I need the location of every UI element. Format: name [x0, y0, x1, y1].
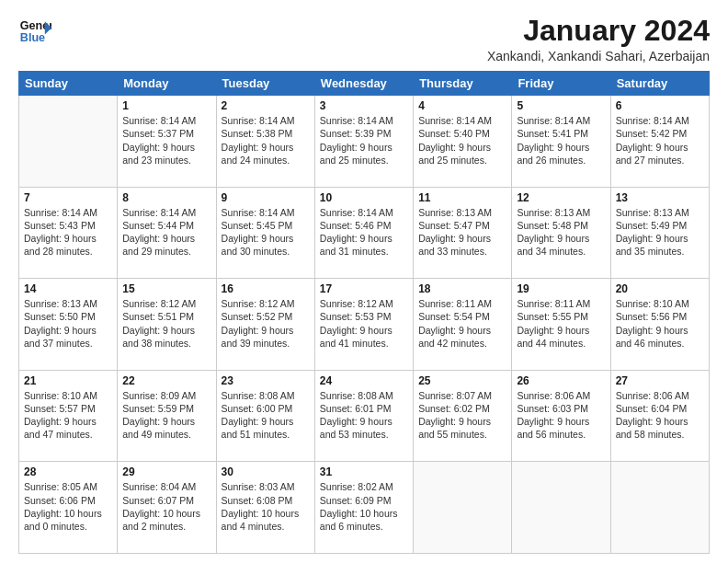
day-number: 28	[24, 465, 112, 478]
table-row: 2 Sunrise: 8:14 AM Sunset: 5:38 PM Dayli…	[216, 96, 314, 188]
sunset-text: Sunset: 5:40 PM	[418, 127, 506, 140]
sunset-text: Sunset: 6:01 PM	[320, 402, 408, 415]
daylight-text: Daylight: 9 hours and 35 minutes.	[616, 232, 704, 258]
table-row: 12 Sunrise: 8:13 AM Sunset: 5:48 PM Dayl…	[512, 187, 610, 279]
svg-text:Blue: Blue	[20, 31, 45, 44]
day-number: 20	[616, 282, 704, 295]
table-row: 13 Sunrise: 8:13 AM Sunset: 5:49 PM Dayl…	[610, 187, 709, 279]
sunrise-text: Sunrise: 8:11 AM	[418, 297, 506, 310]
day-number: 24	[320, 374, 408, 387]
table-row: 29 Sunrise: 8:04 AM Sunset: 6:07 PM Dayl…	[118, 462, 216, 554]
calendar-week-row: 1 Sunrise: 8:14 AM Sunset: 5:37 PM Dayli…	[19, 96, 710, 188]
table-row: 31 Sunrise: 8:02 AM Sunset: 6:09 PM Dayl…	[314, 462, 413, 554]
day-number: 5	[517, 99, 605, 112]
calendar-week-row: 14 Sunrise: 8:13 AM Sunset: 5:50 PM Dayl…	[19, 279, 710, 371]
calendar-week-row: 28 Sunrise: 8:05 AM Sunset: 6:06 PM Dayl…	[19, 462, 710, 554]
sunrise-text: Sunrise: 8:14 AM	[122, 206, 210, 219]
table-row: 4 Sunrise: 8:14 AM Sunset: 5:40 PM Dayli…	[414, 96, 512, 188]
table-row: 14 Sunrise: 8:13 AM Sunset: 5:50 PM Dayl…	[19, 279, 118, 371]
day-number: 14	[24, 282, 112, 295]
table-row: 21 Sunrise: 8:10 AM Sunset: 5:57 PM Dayl…	[19, 370, 118, 462]
day-number: 10	[320, 191, 408, 204]
daylight-text: Daylight: 9 hours and 29 minutes.	[122, 232, 210, 258]
sunset-text: Sunset: 5:49 PM	[616, 219, 704, 232]
table-row: 25 Sunrise: 8:07 AM Sunset: 6:02 PM Dayl…	[414, 370, 512, 462]
daylight-text: Daylight: 9 hours and 37 minutes.	[24, 324, 112, 350]
daylight-text: Daylight: 9 hours and 55 minutes.	[418, 415, 506, 441]
day-number: 7	[24, 191, 112, 204]
sunrise-text: Sunrise: 8:14 AM	[517, 114, 605, 127]
sunset-text: Sunset: 6:07 PM	[122, 494, 210, 507]
sunrise-text: Sunrise: 8:10 AM	[616, 297, 704, 310]
sunrise-text: Sunrise: 8:03 AM	[222, 480, 310, 493]
sunrise-text: Sunrise: 8:12 AM	[222, 297, 310, 310]
table-row: 11 Sunrise: 8:13 AM Sunset: 5:47 PM Dayl…	[414, 187, 512, 279]
col-friday: Friday	[512, 72, 610, 96]
sunrise-text: Sunrise: 8:14 AM	[616, 114, 704, 127]
header: General Blue January 2024 Xankandi, Xank…	[18, 15, 710, 63]
daylight-text: Daylight: 9 hours and 42 minutes.	[418, 324, 506, 350]
daylight-text: Daylight: 9 hours and 41 minutes.	[320, 324, 408, 350]
sunrise-text: Sunrise: 8:02 AM	[320, 480, 408, 493]
daylight-text: Daylight: 10 hours and 0 minutes.	[24, 507, 112, 533]
table-row: 7 Sunrise: 8:14 AM Sunset: 5:43 PM Dayli…	[19, 187, 118, 279]
sunset-text: Sunset: 6:03 PM	[517, 402, 605, 415]
sunrise-text: Sunrise: 8:12 AM	[320, 297, 408, 310]
sunset-text: Sunset: 5:59 PM	[122, 402, 210, 415]
sunrise-text: Sunrise: 8:14 AM	[24, 206, 112, 219]
col-saturday: Saturday	[610, 72, 709, 96]
table-row	[512, 462, 610, 554]
sunrise-text: Sunrise: 8:14 AM	[320, 114, 408, 127]
day-number: 11	[418, 191, 506, 204]
day-number: 31	[320, 465, 408, 478]
sunrise-text: Sunrise: 8:14 AM	[222, 206, 310, 219]
table-row: 9 Sunrise: 8:14 AM Sunset: 5:45 PM Dayli…	[216, 187, 314, 279]
sunset-text: Sunset: 6:08 PM	[222, 494, 310, 507]
daylight-text: Daylight: 9 hours and 51 minutes.	[222, 415, 310, 441]
day-number: 19	[517, 282, 605, 295]
daylight-text: Daylight: 10 hours and 6 minutes.	[320, 507, 408, 533]
sunrise-text: Sunrise: 8:04 AM	[122, 480, 210, 493]
col-thursday: Thursday	[414, 72, 512, 96]
sunrise-text: Sunrise: 8:13 AM	[418, 206, 506, 219]
table-row: 6 Sunrise: 8:14 AM Sunset: 5:42 PM Dayli…	[610, 96, 709, 188]
sunset-text: Sunset: 5:42 PM	[616, 127, 704, 140]
sunrise-text: Sunrise: 8:09 AM	[122, 389, 210, 402]
sunrise-text: Sunrise: 8:10 AM	[24, 389, 112, 402]
daylight-text: Daylight: 9 hours and 47 minutes.	[24, 415, 112, 441]
day-number: 21	[24, 374, 112, 387]
sunset-text: Sunset: 5:43 PM	[24, 219, 112, 232]
table-row: 22 Sunrise: 8:09 AM Sunset: 5:59 PM Dayl…	[118, 370, 216, 462]
table-row: 30 Sunrise: 8:03 AM Sunset: 6:08 PM Dayl…	[216, 462, 314, 554]
sunrise-text: Sunrise: 8:07 AM	[418, 389, 506, 402]
logo-icon: General Blue	[18, 15, 51, 48]
sunrise-text: Sunrise: 8:14 AM	[320, 206, 408, 219]
sunset-text: Sunset: 5:39 PM	[320, 127, 408, 140]
table-row: 24 Sunrise: 8:08 AM Sunset: 6:01 PM Dayl…	[314, 370, 413, 462]
sunset-text: Sunset: 5:47 PM	[418, 219, 506, 232]
sunset-text: Sunset: 5:55 PM	[517, 310, 605, 323]
table-row: 5 Sunrise: 8:14 AM Sunset: 5:41 PM Dayli…	[512, 96, 610, 188]
daylight-text: Daylight: 9 hours and 23 minutes.	[122, 141, 210, 167]
logo: General Blue	[18, 15, 51, 48]
day-number: 12	[517, 191, 605, 204]
daylight-text: Daylight: 9 hours and 53 minutes.	[320, 415, 408, 441]
sunrise-text: Sunrise: 8:06 AM	[616, 389, 704, 402]
sunset-text: Sunset: 5:53 PM	[320, 310, 408, 323]
day-number: 15	[122, 282, 210, 295]
table-row: 28 Sunrise: 8:05 AM Sunset: 6:06 PM Dayl…	[19, 462, 118, 554]
daylight-text: Daylight: 9 hours and 27 minutes.	[616, 141, 704, 167]
sunset-text: Sunset: 6:04 PM	[616, 402, 704, 415]
table-row: 15 Sunrise: 8:12 AM Sunset: 5:51 PM Dayl…	[118, 279, 216, 371]
day-number: 17	[320, 282, 408, 295]
table-row: 3 Sunrise: 8:14 AM Sunset: 5:39 PM Dayli…	[314, 96, 413, 188]
table-row: 8 Sunrise: 8:14 AM Sunset: 5:44 PM Dayli…	[118, 187, 216, 279]
day-number: 6	[616, 99, 704, 112]
sunrise-text: Sunrise: 8:08 AM	[222, 389, 310, 402]
sunset-text: Sunset: 5:52 PM	[222, 310, 310, 323]
daylight-text: Daylight: 9 hours and 44 minutes.	[517, 324, 605, 350]
sunset-text: Sunset: 6:09 PM	[320, 494, 408, 507]
col-tuesday: Tuesday	[216, 72, 314, 96]
daylight-text: Daylight: 9 hours and 49 minutes.	[122, 415, 210, 441]
sunset-text: Sunset: 5:38 PM	[222, 127, 310, 140]
